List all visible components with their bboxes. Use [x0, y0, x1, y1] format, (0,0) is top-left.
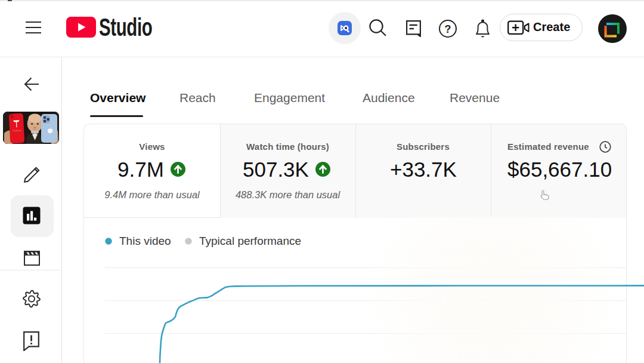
- svg-text:?: ?: [445, 23, 451, 35]
- svg-text:TESLA: TESLA: [13, 130, 21, 133]
